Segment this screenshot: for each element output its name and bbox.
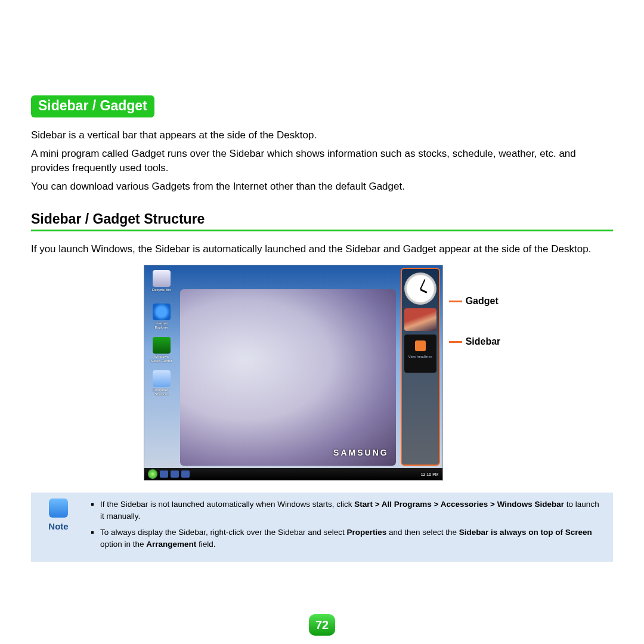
intro-paragraph: You can download various Gadgets from th… xyxy=(31,179,613,194)
taskbar-item xyxy=(181,470,190,478)
taskbar-item xyxy=(160,470,168,478)
subsection-text: If you launch Windows, the Sidebar is au… xyxy=(31,242,613,257)
figure: Recycle Bin Internet Explorer Windows Me… xyxy=(31,265,613,481)
page-number: 72 xyxy=(309,614,335,636)
note-icon xyxy=(49,499,68,518)
callout-sidebar: Sidebar xyxy=(449,336,501,347)
desktop-icon-computer: Computer - Shortcut xyxy=(149,370,174,400)
desktop-icon-ie: Internet Explorer xyxy=(149,304,174,333)
subsection-heading: Sidebar / Gadget Structure xyxy=(31,211,613,231)
windows-media-center-icon xyxy=(153,337,171,354)
callout-gadget: Gadget xyxy=(449,296,501,306)
slideshow-gadget-icon xyxy=(404,308,436,331)
clock-gadget-icon xyxy=(404,273,436,305)
computer-icon xyxy=(153,370,171,387)
feed-gadget: View headlines xyxy=(404,335,436,373)
note-item: To always display the Sidebar, right-cli… xyxy=(100,527,605,550)
note-item: If the Sidebar is not launched automatic… xyxy=(100,499,605,522)
wallpaper-brand: SAMSUNG xyxy=(333,448,389,457)
rss-icon xyxy=(415,340,426,351)
desktop-icon-recycle-bin: Recycle Bin xyxy=(149,270,174,300)
desktop-screenshot: Recycle Bin Internet Explorer Windows Me… xyxy=(144,265,443,481)
desktop-icon-wmc: Windows Media Center xyxy=(149,337,174,367)
note-label: Note xyxy=(42,521,75,531)
intro-paragraph: A mini program called Gadget runs over t… xyxy=(31,147,613,176)
start-button-icon xyxy=(148,469,157,479)
internet-explorer-icon xyxy=(153,304,171,320)
taskbar: 12:10 PM xyxy=(144,468,442,480)
wallpaper-art xyxy=(180,289,396,466)
windows-sidebar: View headlines xyxy=(401,268,440,466)
intro-paragraph: Sidebar is a vertical bar that appears a… xyxy=(31,128,613,143)
section-title-badge: Sidebar / Gadget xyxy=(31,95,154,117)
taskbar-item xyxy=(171,470,179,478)
note-box: Note If the Sidebar is not launched auto… xyxy=(31,493,613,562)
taskbar-clock: 12:10 PM xyxy=(421,472,439,476)
recycle-bin-icon xyxy=(153,270,171,287)
